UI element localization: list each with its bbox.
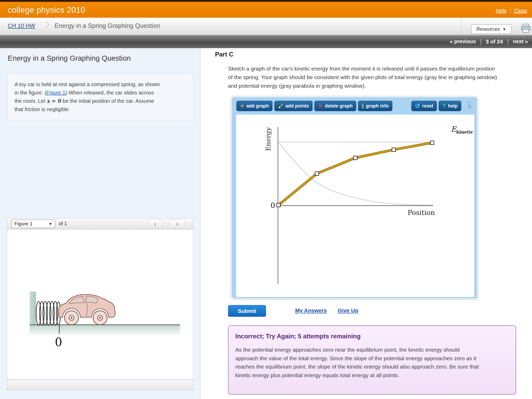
spring [36,301,61,325]
math-x: x [47,98,50,104]
x-axis-label: Position [408,209,435,217]
dropdown-arrow-icon: ▼ [49,222,52,226]
problem-title: Energy in a Spring Graphing Question [8,54,131,62]
question-mark-icon: ? [442,103,446,109]
breadcrumb-chevron-icon [43,21,49,28]
plot-series-layer [278,142,432,205]
kinetic-point-handle[interactable] [430,141,434,144]
graph-info-label: graph info [366,103,389,109]
give-up-link[interactable]: Give Up [338,307,358,314]
add-graph-label: add graph [246,103,269,109]
graphing-tool: + add graph add points ✕ delete graph i … [231,96,478,299]
figure-footer-bar [7,380,193,390]
problem-statement-box: A toy car is held at rest against a comp… [7,74,193,121]
answer-action-links: My Answers Give Up [295,307,358,314]
figure-1-link[interactable]: Figure 1 [46,90,65,96]
feedback-title: Incorrect; Try Again; 5 attempts remaini… [235,333,509,340]
graph-info-button[interactable]: i graph info [358,101,392,111]
header-links: Help Close [496,8,527,14]
breadcrumb-bar: CH 10 HW Energy in a Spring Graphing Que… [0,18,532,35]
reset-label: reset [422,103,433,109]
add-graph-button[interactable]: + add graph [236,101,273,111]
feedback-box: Incorrect; Try Again; 5 attempts remaini… [228,325,516,395]
delete-graph-button[interactable]: ✕ delete graph [314,101,356,111]
spring-car-figure: 0 [7,230,193,379]
graph-tool-version: 1.53 [468,101,472,109]
figure-selector-bar: Figure 1 ▼ of 1 ‹ › [7,218,193,230]
submit-label: Submit [238,308,256,314]
reset-arrow-icon: ↺ [415,103,420,109]
kinetic-point-handle[interactable] [392,148,395,151]
header-links-divider [510,8,510,14]
origin-zero-label: 0 [55,335,62,349]
app-header: college physics 2010 Help Close [0,2,532,18]
feedback-body: As the potential energy approaches zero … [235,346,480,379]
kinetic_energy_user-curve[interactable] [278,143,432,205]
plot-area[interactable]: Energy 0 Position Ekinetic [236,115,474,297]
kinetic-point-handle[interactable] [277,203,280,207]
figure-prev-button[interactable]: ‹ [147,219,163,228]
y-axis-label: Energy [264,127,272,151]
resources-label: Resources [476,26,500,32]
figure-next-button[interactable]: › [169,219,185,228]
add-points-button[interactable]: add points [274,101,313,111]
chevron-right-icon: › [176,220,178,228]
figure-display-area: 0 [7,230,193,379]
plus-icon: + [240,102,244,110]
potential_energy-curve [278,142,432,205]
assignment-pager-bar: « previous | 3 of 24 | next » [0,35,532,48]
figure-select-value: Figure 1 [14,221,33,227]
submit-button[interactable]: Submit [228,305,266,317]
toolbar-spacer [394,101,411,111]
delete-x-icon: ✕ [318,103,323,109]
print-icon[interactable] [521,23,531,33]
plot-handles-layer [277,141,434,207]
breadcrumb-chapter-link[interactable]: CH 10 HW [8,22,35,29]
front-hub-dot [71,317,72,319]
my-answers-link[interactable]: My Answers [295,307,327,314]
window-top-strip [0,0,532,2]
rear-hub-dot [99,317,101,319]
floor [30,325,180,335]
app-window: college physics 2010 Help Close CH 10 HW… [0,0,532,399]
graph-toolbar: + add graph add points ✕ delete graph i … [236,101,463,111]
part-question-text: Sketch a graph of the car's kinetic ener… [228,64,498,90]
reset-button[interactable]: ↺ reset [411,101,437,111]
figure-select-dropdown[interactable]: Figure 1 ▼ [11,220,55,228]
help-button[interactable]: ? help [439,101,461,111]
kinetic_energy_user-edge [278,143,432,205]
help-link[interactable]: Help [496,8,507,14]
figure-count-label: of 1 [59,221,67,226]
dropdown-arrow-icon: ▼ [503,27,506,31]
pager-count: 3 of 24 [486,39,503,45]
add-points-icon [278,103,283,109]
delete-graph-label: delete graph [325,103,353,109]
math-equals-zero: = 0 [50,98,61,104]
next-button[interactable]: next » [513,39,528,45]
chevron-left-icon: ‹ [154,220,156,228]
close-link[interactable]: Close [514,8,527,14]
help-label: help [448,103,458,109]
toy-car [59,295,115,325]
kinetic-point-handle[interactable] [354,156,357,160]
pager-divider: | [507,38,509,45]
resources-dropdown[interactable]: Resources ▼ [471,24,511,34]
kinetic-point-handle[interactable] [315,172,319,175]
problem-intro-panel: Energy in a Spring Graphing Question A t… [0,48,200,399]
kinetic-energy-legend: Ekinetic [451,125,473,135]
energy-position-plot: Energy 0 Position Ekinetic [236,115,474,297]
add-points-label: add points [285,103,309,109]
pager-divider: | [480,38,482,45]
breadcrumb-page-title: Energy in a Spring Graphing Question [55,22,160,29]
info-icon: i [362,103,364,109]
previous-button[interactable]: « previous [450,39,476,45]
legend-kinetic-subscript: kinetic [456,129,473,135]
part-c-panel: Part C Sketch a graph of the car's kinet… [200,48,532,399]
part-label: Part C [215,51,233,58]
origin-label: 0 [271,201,275,210]
course-title: college physics 2010 [8,5,85,15]
breadcrumb-divider [461,18,462,34]
wall [30,292,36,325]
problem-statement-text: A toy car is held at rest against a comp… [15,80,161,113]
